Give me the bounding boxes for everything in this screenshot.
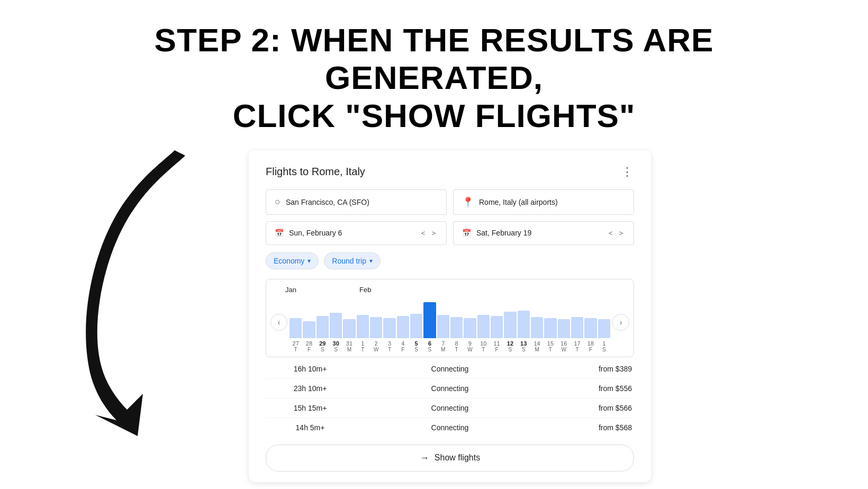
chart-bar[interactable] — [491, 316, 503, 338]
flight-row[interactable]: 23h 10m+Connectingfrom $556 — [266, 379, 634, 399]
chart-bar[interactable] — [343, 319, 355, 338]
date-label-item: 11F — [491, 340, 503, 352]
flight-type: Connecting — [352, 404, 547, 412]
return-date-value: Sat, February 19 — [476, 229, 531, 237]
date-label-item: 15T — [544, 340, 556, 352]
date-label-item: 31M — [343, 340, 355, 352]
more-options-icon[interactable]: ⋮ — [621, 165, 634, 179]
date-label-item: 8T — [450, 340, 463, 352]
chart-bar[interactable] — [571, 317, 583, 338]
chart-next-button[interactable]: › — [612, 314, 629, 331]
flight-row[interactable]: 14h 5m+Connectingfrom $568 — [266, 418, 634, 437]
chart-bar[interactable] — [464, 318, 476, 338]
arrow-graphic — [48, 140, 238, 436]
depart-date-field[interactable]: 📅 Sun, February 6 < > — [266, 221, 447, 245]
flight-type: Connecting — [352, 365, 547, 373]
chart-bar[interactable] — [437, 315, 449, 338]
flights-list: 16h 10m+Connectingfrom $38923h 10m+Conne… — [266, 359, 634, 437]
return-date-field[interactable]: 📅 Sat, February 19 < > — [453, 221, 634, 245]
date-label-item: 27T — [290, 340, 302, 352]
chart-bar[interactable] — [357, 315, 369, 338]
flight-duration: 16h 10m+ — [268, 365, 352, 373]
chart-bar[interactable] — [450, 317, 463, 338]
date-label-item: 16W — [558, 340, 570, 352]
chart-bars-container: ‹ › — [266, 296, 634, 338]
flight-price: from $556 — [547, 384, 632, 393]
month-labels: Jan Feb — [266, 284, 634, 296]
depart-next-btn[interactable]: > — [429, 228, 438, 238]
chart-bar[interactable] — [477, 315, 490, 338]
flight-type: Connecting — [352, 423, 547, 432]
flight-duration: 14h 5m+ — [268, 423, 352, 432]
chart-bar[interactable] — [290, 318, 302, 338]
card-header: Flights to Rome, Italy ⋮ — [266, 165, 634, 179]
feb-label: Feb — [359, 286, 614, 294]
date-label-item: 10T — [477, 340, 490, 352]
flight-type: Connecting — [352, 384, 547, 393]
chart-bar[interactable] — [504, 312, 516, 338]
date-label-item: 14M — [531, 340, 543, 352]
chart-bar[interactable] — [598, 319, 610, 338]
show-flights-button[interactable]: → Show flights — [266, 445, 634, 472]
chart-bar[interactable] — [383, 318, 395, 338]
date-label-item: 28F — [303, 340, 315, 352]
cabin-filter[interactable]: Economy ▾ — [266, 252, 319, 269]
date-label-item: 6S — [423, 340, 436, 352]
origin-value: San Francisco, CA (SFO) — [286, 198, 369, 206]
flight-price: from $389 — [547, 365, 632, 373]
depart-date-value: Sun, February 6 — [289, 229, 342, 237]
cabin-label: Economy — [274, 257, 304, 265]
flight-row[interactable]: 16h 10m+Connectingfrom $389 — [266, 359, 634, 379]
date-labels: 27T28F29S30S31M1T2W3T4F5S6S7M8T9W10T11F1… — [266, 338, 634, 357]
calendar-chart: Jan Feb ‹ › 27T28F29S30S31M1T2W3T4F5S6S7… — [266, 279, 634, 357]
date-label-item: 13S — [518, 340, 530, 352]
jan-label: Jan — [285, 286, 359, 294]
chart-bar[interactable] — [330, 313, 342, 338]
flights-card: Flights to Rome, Italy ⋮ ○ San Francisco… — [249, 150, 651, 482]
chart-bar[interactable] — [544, 318, 556, 338]
trip-type-dropdown-icon: ▾ — [369, 257, 373, 265]
flight-duration: 15h 15m+ — [268, 404, 352, 412]
chart-bar[interactable] — [303, 321, 315, 338]
date-label-item: 29S — [317, 340, 329, 352]
filter-row: Economy ▾ Round trip ▾ — [266, 252, 634, 269]
return-prev-btn[interactable]: < — [607, 228, 615, 238]
chart-bar[interactable] — [518, 311, 530, 338]
chart-bar[interactable] — [317, 316, 329, 338]
date-inputs: 📅 Sun, February 6 < > 📅 Sat, February 19… — [266, 221, 634, 245]
chart-bar[interactable] — [370, 317, 382, 338]
show-flights-label: Show flights — [435, 453, 480, 463]
chart-bar[interactable] — [558, 319, 570, 338]
destination-icon: 📍 — [462, 196, 474, 208]
date-label-item: 30S — [330, 340, 342, 352]
depart-date-nav: < > — [419, 228, 438, 238]
chart-bar[interactable] — [531, 317, 543, 338]
location-inputs: ○ San Francisco, CA (SFO) 📍 Rome, Italy … — [266, 189, 634, 215]
calendar-icon: 📅 — [275, 229, 284, 237]
chart-bar[interactable] — [397, 316, 409, 338]
flight-row[interactable]: 15h 15m+Connectingfrom $566 — [266, 399, 634, 418]
return-calendar-icon: 📅 — [462, 229, 471, 237]
date-label-item: 7M — [437, 340, 449, 352]
show-flights-arrow-icon: → — [420, 452, 429, 464]
bars-wrapper — [287, 301, 612, 338]
destination-field[interactable]: 📍 Rome, Italy (all airports) — [453, 189, 634, 215]
trip-type-filter[interactable]: Round trip ▾ — [324, 252, 381, 269]
date-label-item: 4F — [397, 340, 409, 352]
chart-bar[interactable] — [410, 314, 422, 338]
date-label-item: 17T — [571, 340, 583, 352]
flight-price: from $568 — [547, 423, 632, 432]
depart-prev-btn[interactable]: < — [419, 228, 428, 238]
cabin-dropdown-icon: ▾ — [308, 257, 311, 265]
date-label-item: 5S — [410, 340, 422, 352]
origin-field[interactable]: ○ San Francisco, CA (SFO) — [266, 189, 447, 215]
date-label-item: 9W — [464, 340, 476, 352]
chart-bar[interactable] — [423, 302, 436, 338]
return-date-nav: < > — [607, 228, 625, 238]
return-next-btn[interactable]: > — [617, 228, 625, 238]
chart-bar[interactable] — [584, 318, 596, 338]
origin-icon: ○ — [275, 196, 281, 207]
chart-prev-button[interactable]: ‹ — [270, 314, 287, 331]
trip-type-label: Round trip — [332, 257, 366, 265]
page-title: STEP 2: WHEN THE RESULTS ARE GENERATED, … — [0, 0, 868, 150]
